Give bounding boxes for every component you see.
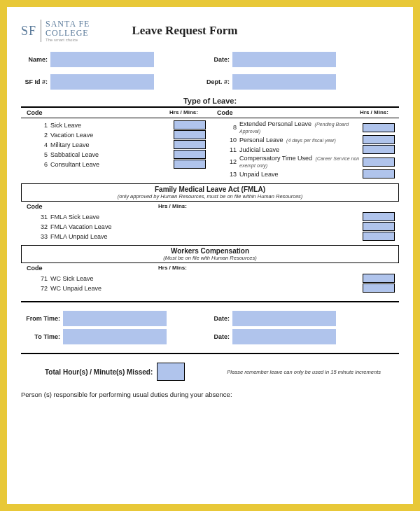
total-note: Please remember leave can only be used i… — [227, 369, 381, 375]
hrs-mins-input[interactable] — [363, 284, 395, 293]
leave-name: Consultant Leave — [50, 161, 174, 168]
hrs-mins-input[interactable] — [174, 150, 206, 159]
hrs-header: Hrs / Mins: — [360, 109, 399, 116]
leave-item: 33FMLA Unpaid Leave — [21, 232, 399, 241]
leave-item: 5Sabbatical Leave — [21, 150, 210, 159]
time-section: From Time: Date: To Time: Date: — [21, 301, 399, 354]
leave-code: 32 — [34, 223, 48, 230]
to-time-label: To Time: — [21, 333, 60, 340]
leave-name: FMLA Unpaid Leave — [50, 233, 363, 240]
leave-code: 11 — [223, 146, 237, 153]
leave-code: 1 — [34, 122, 48, 129]
leave-name: Sabbatical Leave — [50, 151, 174, 158]
leave-item: 31FMLA Sick Leave — [21, 212, 399, 221]
fmla-note: (only approved by Human Resources, must … — [22, 193, 398, 200]
leave-col-right: 8Extended Personal Leave (Pending Board … — [210, 120, 399, 179]
college-logo: SF SANTA FE COLLEGE The smart choice — [21, 20, 90, 42]
logo-line2: COLLEGE — [46, 29, 90, 38]
leave-name: Military Leave — [50, 141, 174, 148]
wc-note: (Must be on file with Human Resources) — [22, 255, 398, 261]
leave-item: 10Personal Leave (4 days per fiscal year… — [210, 135, 399, 144]
leave-code: 13 — [223, 171, 237, 178]
hrs-mins-input[interactable] — [363, 232, 395, 241]
hrs-mins-input[interactable] — [174, 130, 206, 139]
date-label: Date: — [154, 56, 230, 63]
sfid-dept-row: SF Id #: Dept. #: — [21, 74, 399, 90]
hrs-mins-input[interactable] — [363, 274, 395, 283]
logo-sf: SF — [21, 24, 36, 38]
leave-name: WC Unpaid Leave — [50, 285, 363, 292]
hrs-mins-input[interactable] — [363, 135, 395, 144]
from-time-row: From Time: Date: — [21, 311, 399, 326]
leave-code: 2 — [34, 132, 48, 139]
hrs-mins-input[interactable] — [363, 123, 395, 132]
hrs-mins-input[interactable] — [363, 222, 395, 231]
leave-item: 8Extended Personal Leave (Pending Board … — [210, 120, 399, 134]
type-of-leave-title: Type of Leave: — [21, 97, 399, 108]
date-input[interactable] — [232, 52, 336, 67]
leave-item: 13Unpaid Leave — [210, 169, 399, 178]
leave-item: 71WC Sick Leave — [21, 274, 399, 283]
leave-header-row: Code Hrs / Mins: Code Hrs / Mins: — [21, 108, 399, 118]
wc-list: 71WC Sick Leave72WC Unpaid Leave — [21, 274, 399, 293]
leave-note: (Pending Board Approval) — [239, 122, 349, 134]
code-header: Code — [27, 265, 53, 272]
leave-note: (Career Service non exempt only) — [239, 156, 359, 168]
hrs-mins-input[interactable] — [363, 169, 395, 178]
person-responsible-text: Person (s) responsible for performing us… — [21, 391, 399, 398]
hrs-header: Hrs / Mins: — [158, 203, 187, 210]
leave-name: Extended Personal Leave (Pending Board A… — [239, 120, 363, 134]
to-time-input[interactable] — [63, 329, 167, 344]
from-time-input[interactable] — [63, 311, 167, 326]
form-page: SF SANTA FE COLLEGE The smart choice Lea… — [7, 7, 413, 504]
leave-code: 5 — [34, 151, 48, 158]
leave-code: 72 — [34, 285, 48, 292]
hrs-mins-input[interactable] — [363, 212, 395, 221]
from-date-input[interactable] — [232, 311, 336, 326]
logo-tagline: The smart choice — [46, 38, 90, 42]
fmla-header: Code Hrs / Mins: — [21, 202, 399, 211]
hrs-mins-input[interactable] — [174, 120, 206, 130]
hrs-mins-input[interactable] — [363, 145, 395, 154]
hrs-mins-input[interactable] — [363, 158, 395, 167]
from-time-label: From Time: — [21, 315, 60, 322]
to-time-row: To Time: Date: — [21, 329, 399, 344]
leave-code: 10 — [223, 136, 237, 144]
leave-code: 71 — [34, 275, 48, 282]
leave-note: (4 days per fiscal year) — [286, 138, 336, 143]
leave-item: 6Consultant Leave — [21, 160, 210, 169]
leave-name: Compensatory Time Used (Career Service n… — [239, 155, 363, 169]
leave-item: 32FMLA Vacation Leave — [21, 222, 399, 231]
leave-code: 8 — [223, 124, 237, 131]
leave-item: 12Compensatory Time Used (Career Service… — [210, 155, 399, 169]
hrs-header: Hrs / Mins: — [169, 109, 211, 116]
leave-name: FMLA Vacation Leave — [50, 223, 363, 230]
dept-input[interactable] — [232, 74, 336, 90]
total-label: Total Hour(s) / Minute(s) Missed: — [45, 368, 153, 376]
to-date-input[interactable] — [232, 329, 336, 344]
fmla-section: Family Medical Leave Act (FMLA) (only ap… — [21, 183, 399, 241]
leave-code: 6 — [34, 161, 48, 168]
header: SF SANTA FE COLLEGE The smart choice Lea… — [21, 20, 399, 42]
hrs-mins-input[interactable] — [174, 140, 206, 149]
wc-header: Code Hrs / Mins: — [21, 263, 399, 273]
sfid-input[interactable] — [50, 74, 154, 90]
total-row: Total Hour(s) / Minute(s) Missed: Please… — [21, 363, 399, 381]
leave-name: Personal Leave (4 days per fiscal year) — [239, 136, 363, 144]
leave-item: 4Military Leave — [21, 140, 210, 149]
name-input[interactable] — [50, 52, 154, 67]
leave-item: 11Judicial Leave — [210, 145, 399, 154]
leave-item: 1Sick Leave — [21, 120, 210, 130]
code-header: Code — [27, 203, 53, 210]
to-date-label: Date: — [167, 333, 230, 340]
leave-code: 4 — [34, 141, 48, 148]
sfid-label: SF Id #: — [21, 78, 48, 85]
logo-line1: SANTA FE — [46, 20, 90, 29]
leave-name: Vacation Leave — [50, 132, 174, 139]
total-input[interactable] — [157, 363, 185, 381]
hrs-mins-input[interactable] — [174, 160, 206, 169]
hrs-header: Hrs / Mins: — [158, 265, 187, 272]
form-title: Leave Request Form — [132, 24, 237, 38]
leave-name: Unpaid Leave — [239, 171, 363, 178]
leave-grid: 1Sick Leave2Vacation Leave4Military Leav… — [21, 120, 399, 179]
